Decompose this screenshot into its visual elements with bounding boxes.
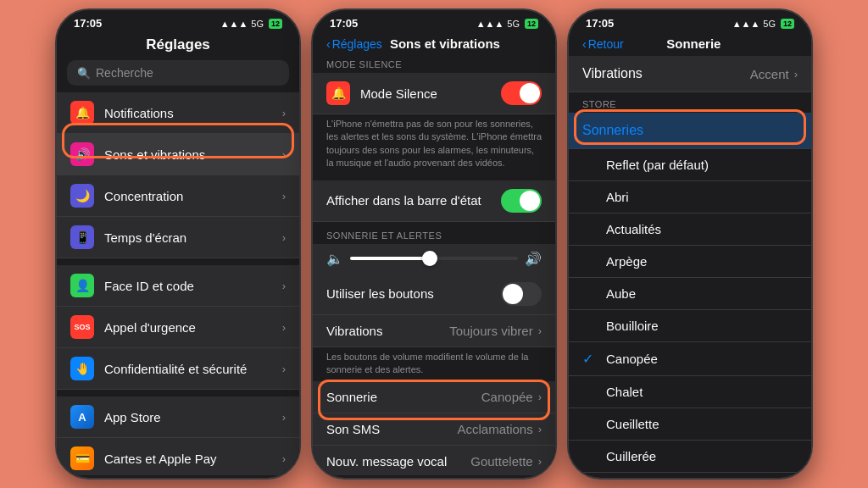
row-notifications[interactable]: 🔔 Notifications › (57, 92, 299, 134)
settings-group-2: 👤 Face ID et code › SOS Appel d'urgence … (57, 265, 299, 390)
row-concentration[interactable]: 🌙 Concentration › (57, 175, 299, 217)
phone1-title: Réglages (70, 36, 286, 53)
phone3-vibrations-label: Vibrations (582, 66, 750, 81)
phone3-nav: ‹ Retour Sonnerie (569, 33, 811, 56)
ringtone-aube[interactable]: Aube (569, 278, 811, 310)
search-label: Recherche (96, 66, 153, 80)
ringtone-bouilloire[interactable]: Bouilloire (569, 310, 811, 342)
phone1-content: Réglages 🔍 Recherche 🔔 Notifications › 🔊… (57, 33, 299, 475)
ringtone-actualites[interactable]: Actualités (569, 214, 811, 246)
back-chevron-3: ‹ (582, 37, 587, 51)
row-confidentialite[interactable]: 🤚 Confidentialité et sécurité › (57, 348, 299, 390)
vibrations-value: Toujours vibrer (449, 324, 532, 338)
concentration-icon: 🌙 (70, 184, 94, 208)
faceid-icon: 👤 (70, 274, 94, 297)
back-button-3[interactable]: ‹ Retour (582, 37, 624, 51)
phone3-vibrations-row[interactable]: Vibrations Accent › (569, 56, 811, 92)
row-sons-vibrations[interactable]: 🔊 Sons et vibrations › (57, 134, 299, 175)
afficher-toggle[interactable] (501, 189, 542, 213)
mode-silence-header: MODE SILENCE (313, 56, 555, 73)
confidentialite-chevron: › (282, 363, 286, 375)
ringtone-cuillere[interactable]: Cuillerée (569, 441, 811, 473)
sms-row[interactable]: Son SMS Acclamations › (313, 413, 555, 446)
search-icon: 🔍 (77, 67, 91, 80)
vibrations-label: Vibrations (326, 324, 449, 338)
back-button-2[interactable]: ‹ Réglages (326, 37, 382, 51)
appstore-chevron: › (282, 411, 286, 424)
phone3-vibrations-chevron: › (794, 68, 798, 80)
sonnerie-value: Canopée (481, 390, 533, 404)
phone2-network: 5G (507, 19, 520, 29)
ringtone-chalet[interactable]: Chalet (569, 376, 811, 408)
ringtone-aube-name: Aube (606, 286, 798, 301)
mode-silence-row[interactable]: 🔔 Mode Silence (313, 73, 555, 114)
notifications-chevron: › (282, 107, 286, 119)
sms-label: Son SMS (326, 422, 457, 436)
ringtone-chalet-name: Chalet (606, 385, 798, 399)
phone3-content: ‹ Retour Sonnerie Vibrations Accent › ST… (569, 33, 811, 475)
ringtone-arpege[interactable]: Arpège (569, 246, 811, 278)
vibrations-row[interactable]: Vibrations Toujours vibrer › (313, 315, 555, 347)
temps-chevron: › (282, 231, 286, 244)
volume-row: 🔈 🔊 (313, 244, 555, 274)
phone2-title: Sons et vibrations (382, 36, 508, 51)
afficher-row[interactable]: Afficher dans la barre d'état (313, 180, 555, 222)
sonnerie-label: Sonnerie (326, 390, 481, 404)
ringtone-reflet-name: Reflet (par défaut) (606, 158, 798, 172)
volume-low-icon: 🔈 (326, 251, 343, 267)
row-appstore[interactable]: A App Store › (57, 396, 299, 438)
sos-label: Appel d'urgence (104, 320, 282, 335)
phone3-battery: 12 (781, 19, 794, 29)
ringtone-canopee[interactable]: ✓ Canopée (569, 342, 811, 376)
phone1-nav: Réglages (57, 33, 299, 60)
row-cartes[interactable]: 💳 Cartes et Apple Pay › (57, 438, 299, 475)
sms-value: Acclamations (457, 422, 532, 436)
sms-chevron: › (538, 423, 542, 435)
volume-thumb[interactable] (422, 251, 437, 266)
appstore-label: App Store (104, 410, 282, 424)
phone1-search[interactable]: 🔍 Recherche (67, 60, 289, 86)
phone1-status-icons: ▲▲▲ 5G 12 (220, 19, 282, 29)
mode-silence-label: Mode Silence (360, 86, 501, 101)
row-temps-ecran[interactable]: 📱 Temps d'écran › (57, 217, 299, 258)
ringtone-arpege-name: Arpège (606, 254, 798, 269)
utiliser-boutons-toggle[interactable] (501, 282, 542, 306)
row-faceid[interactable]: 👤 Face ID et code › (57, 265, 299, 307)
back-label-2: Réglages (332, 37, 382, 51)
cartes-chevron: › (282, 452, 286, 465)
utiliser-boutons-label: Utiliser les boutons (326, 286, 501, 301)
phone3-signal: ▲▲▲ (732, 19, 760, 29)
phone3-network: 5G (763, 19, 776, 29)
settings-group-3: A App Store › 💳 Cartes et Apple Pay › 🎮 … (57, 396, 299, 475)
phone2-nav: ‹ Réglages Sons et vibrations (313, 33, 555, 56)
faceid-chevron: › (282, 280, 286, 292)
phone3: 17:05 ▲▲▲ 5G 12 ‹ Retour Sonnerie Vibrat… (567, 8, 813, 480)
confidentialite-icon: 🤚 (70, 357, 94, 380)
vibrations-chevron: › (538, 324, 542, 337)
nouveau-vocal-row[interactable]: Nouv. message vocal Gouttelette › (313, 446, 555, 475)
phone1-battery: 12 (269, 19, 282, 29)
sos-chevron: › (282, 321, 286, 334)
ringtone-cueillette[interactable]: Cueillette (569, 408, 811, 441)
utiliser-boutons-row[interactable]: Utiliser les boutons (313, 274, 555, 315)
volume-fill (350, 257, 426, 260)
sonneries-row[interactable]: Sonneries (569, 113, 811, 149)
phone1-signal: ▲▲▲ (220, 19, 248, 29)
volume-bar[interactable] (350, 257, 518, 260)
sonnerie-row[interactable]: Sonnerie Canopée › (313, 381, 555, 413)
appstore-icon: A (70, 405, 94, 429)
ringtone-abri[interactable]: Abri (569, 181, 811, 214)
mode-silence-toggle[interactable] (501, 81, 542, 105)
row-sos[interactable]: SOS Appel d'urgence › (57, 307, 299, 348)
ringtone-depart[interactable]: Départ (569, 473, 811, 475)
sonnerie-alertes-header: SONNERIE ET ALERTES (313, 227, 555, 244)
ringtone-cuillere-name: Cuillerée (606, 449, 798, 463)
volume-high-icon: 🔊 (525, 251, 542, 267)
cartes-icon: 💳 (70, 446, 94, 470)
mode-silence-desc: L'iPhone n'émettra pas de son pour les s… (313, 114, 555, 175)
mode-silence-icon: 🔔 (326, 81, 350, 105)
back-chevron-2: ‹ (326, 37, 331, 51)
ringtone-bouilloire-name: Bouilloire (606, 319, 798, 333)
ringtone-reflet[interactable]: Reflet (par défaut) (569, 149, 811, 181)
concentration-chevron: › (282, 190, 286, 202)
